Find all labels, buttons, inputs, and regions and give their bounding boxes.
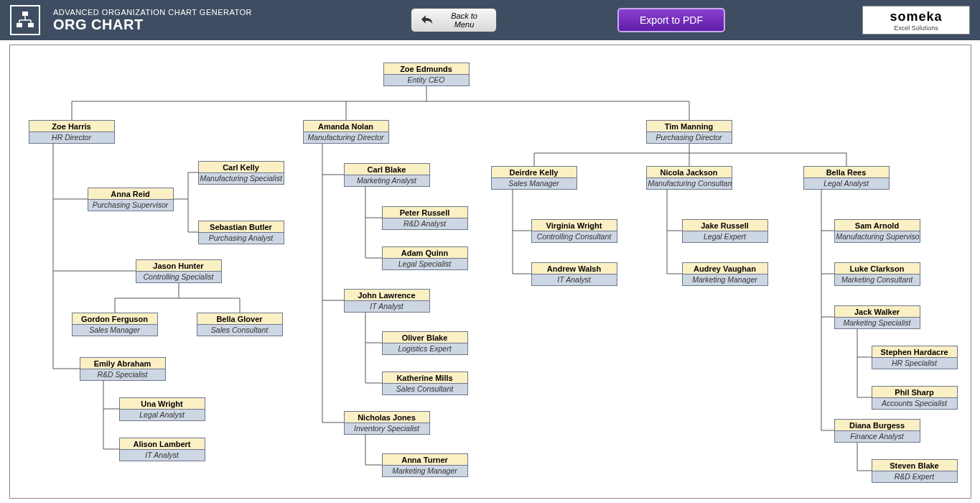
node-andrew-walsh[interactable]: Andrew WalshIT Analyst [531, 262, 617, 286]
node-purchasing-director[interactable]: Tim ManningPurchasing Director [646, 120, 732, 144]
node-stephen-hardacre[interactable]: Stephen HardacreHR Specialist [872, 346, 958, 369]
node-katherine-mills[interactable]: Katherine MillsSales Consultant [382, 372, 468, 395]
node-steven-blake[interactable]: Steven BlakeR&D Expert [872, 459, 958, 483]
org-chart-canvas: Zoe EdmundsEntity CEO Zoe HarrisHR Direc… [9, 45, 971, 499]
node-diana-burgess[interactable]: Diana BurgessFinance Analyst [834, 419, 920, 443]
node-carl-blake[interactable]: Carl BlakeMarketing Analyst [344, 163, 430, 187]
node-jake-russell[interactable]: Jake RussellLegal Expert [682, 219, 768, 243]
node-sam-arnold[interactable]: Sam ArnoldManufacturing Supervisor [834, 219, 920, 243]
header-titles: ADVANCED ORGANIZATION CHART GENERATOR OR… [53, 8, 398, 33]
node-audrey-vaughan[interactable]: Audrey VaughanMarketing Manager [682, 262, 768, 286]
node-jack-walker[interactable]: Jack WalkerMarketing Specialist [834, 305, 920, 329]
node-adam-quinn[interactable]: Adam QuinnLegal Specialist [382, 246, 468, 270]
node-sebastian-butler[interactable]: Sebastian ButlerPurchasing Analyst [198, 221, 284, 244]
node-nicholas-jones[interactable]: Nicholas JonesInventory Specialist [344, 411, 430, 435]
node-nicola-jackson[interactable]: Nicola JacksonManufacturing Consultant [646, 166, 732, 190]
node-peter-russell[interactable]: Peter RussellR&D Analyst [382, 206, 468, 230]
svg-rect-1 [17, 23, 22, 27]
node-anna-reid[interactable]: Anna ReidPurchasing Supervisor [88, 188, 174, 211]
header: ADVANCED ORGANIZATION CHART GENERATOR OR… [0, 0, 980, 40]
header-title: ORG CHART [53, 17, 398, 33]
node-oliver-blake[interactable]: Oliver BlakeLogistics Expert [382, 331, 468, 355]
header-subtitle: ADVANCED ORGANIZATION CHART GENERATOR [53, 8, 398, 17]
node-manufacturing-director[interactable]: Amanda NolanManufacturing Director [303, 120, 389, 144]
node-bella-rees[interactable]: Bella ReesLegal Analyst [803, 166, 890, 190]
node-bella-glover[interactable]: Bella GloverSales Consultant [197, 313, 283, 336]
svg-rect-2 [28, 23, 34, 27]
node-gordon-ferguson[interactable]: Gordon FergusonSales Manager [72, 313, 158, 336]
node-emily-abraham[interactable]: Emily AbrahamR&D Specialist [80, 357, 166, 381]
export-label: Export to PDF [640, 14, 703, 26]
node-virginia-wright[interactable]: Virginia WrightControlling Consultant [531, 219, 617, 243]
export-pdf-button[interactable]: Export to PDF [617, 8, 725, 32]
brand-badge: someka Excel Solutions [862, 6, 970, 34]
svg-rect-0 [22, 11, 28, 16]
back-arrow-icon [420, 13, 435, 27]
app-logo-icon [10, 5, 40, 35]
node-anna-turner[interactable]: Anna TurnerMarketing Manager [382, 453, 468, 477]
node-jason-hunter[interactable]: Jason HunterControlling Specialist [136, 259, 222, 283]
node-hr-director[interactable]: Zoe HarrisHR Director [29, 120, 115, 144]
node-una-wright[interactable]: Una WrightLegal Analyst [119, 397, 205, 421]
node-john-lawrence[interactable]: John LawrenceIT Analyst [344, 289, 430, 313]
node-phil-sharp[interactable]: Phil SharpAccounts Specialist [872, 386, 958, 410]
node-deirdre-kelly[interactable]: Deirdre KellySales Manager [491, 166, 577, 190]
node-alison-lambert[interactable]: Alison LambertIT Analyst [119, 438, 205, 461]
node-carl-kelly[interactable]: Carl KellyManufacturing Specialist [198, 161, 284, 185]
back-to-menu-button[interactable]: Back to Menu [411, 8, 497, 32]
node-ceo[interactable]: Zoe EdmundsEntity CEO [383, 63, 470, 86]
brand-top: someka [890, 9, 942, 24]
brand-bottom: Excel Solutions [894, 24, 938, 32]
back-label: Back to Menu [441, 11, 487, 29]
node-luke-clarkson[interactable]: Luke ClarksonMarketing Consultant [834, 262, 920, 286]
